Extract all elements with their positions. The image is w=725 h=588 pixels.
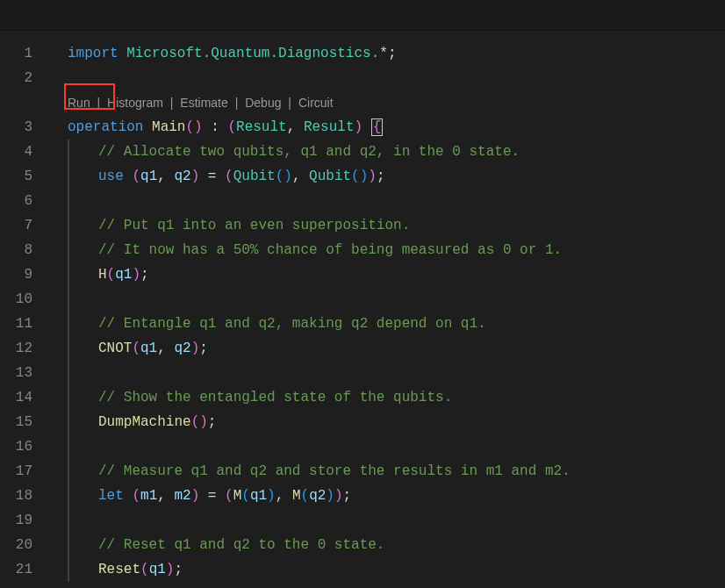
type-result: Result [236, 119, 287, 135]
line-number: 16 [0, 434, 32, 459]
code-line[interactable] [48, 287, 725, 312]
comment: // It now has a 50% chance of being meas… [98, 242, 562, 258]
space [362, 119, 371, 135]
paren: ( [132, 169, 140, 184]
line-number: 12 [0, 336, 32, 361]
comment: // Measure q1 and q2 and store the resul… [98, 463, 571, 479]
semicolon: ; [377, 169, 385, 184]
code-line[interactable] [48, 66, 725, 90]
type-qubit: Qubit [309, 169, 351, 184]
equals: = [199, 488, 225, 504]
comment: // Entangle q1 and q2, making q2 depend … [98, 316, 486, 332]
code-line[interactable]: use (q1, q2) = (Qubit(), Qubit()); [48, 164, 725, 189]
code-line[interactable]: let (m1, m2) = (M(q1), M(q2)); [48, 484, 725, 508]
paren: ( [225, 488, 233, 504]
codelens-debug[interactable]: Debug [245, 96, 281, 110]
paren: ( [107, 267, 116, 283]
indent-guide [68, 189, 69, 213]
code-line[interactable]: // It now has a 50% chance of being meas… [48, 238, 725, 262]
semicolon: ; [343, 488, 352, 504]
code-line[interactable]: // Show the entangled state of the qubit… [48, 385, 725, 410]
code-line[interactable] [48, 508, 725, 533]
comma: , [287, 119, 304, 135]
var-q1: q1 [115, 267, 132, 283]
paren: ) [267, 488, 276, 504]
indent-guide [68, 508, 69, 533]
code-line[interactable] [48, 434, 725, 459]
code-line[interactable]: // Entangle q1 and q2, making q2 depend … [48, 312, 725, 336]
paren: ( [132, 341, 140, 356]
paren: ) [368, 169, 377, 184]
comma: , [292, 169, 309, 184]
code-editor[interactable]: 1 2 3 4 5 6 7 8 9 10 11 12 13 14 15 16 1… [0, 31, 725, 582]
var-q2: q2 [309, 488, 326, 504]
line-number: 4 [0, 140, 32, 164]
line-number: 19 [0, 508, 32, 533]
codelens-estimate[interactable]: Estimate [180, 96, 227, 110]
codelens-sep: | [232, 96, 241, 110]
code-line[interactable]: // Allocate two qubits, q1 and q2, in th… [48, 140, 725, 164]
comment: // Put q1 into an even superposition. [98, 218, 410, 233]
comma: , [276, 488, 292, 504]
line-number: 5 [0, 164, 32, 189]
semicolon: ; [388, 46, 397, 61]
comma: , [157, 169, 174, 184]
space [124, 488, 133, 504]
var-q2: q2 [174, 169, 190, 184]
var-q2: q2 [174, 341, 190, 356]
codelens-circuit[interactable]: Circuit [298, 96, 334, 110]
code-content[interactable]: import Microsoft.Quantum.Diagnostics.*; … [48, 41, 725, 582]
paren: ( [227, 119, 236, 135]
paren: ( [301, 488, 310, 504]
code-line[interactable] [48, 361, 725, 385]
line-number: 14 [0, 385, 32, 410]
code-line[interactable]: // Measure q1 and q2 and store the resul… [48, 459, 725, 484]
var-q1: q1 [149, 562, 166, 577]
keyword-import: import [68, 46, 118, 61]
semicolon: ; [174, 562, 183, 577]
code-line[interactable]: CNOT(q1, q2); [48, 336, 725, 361]
fn-m: M [292, 488, 301, 504]
code-line[interactable]: operation Main() : (Result, Result) { [48, 115, 725, 140]
var-q1: q1 [140, 341, 157, 356]
code-line[interactable] [48, 189, 725, 213]
paren: () [351, 169, 368, 184]
indent-guide [68, 287, 69, 312]
line-number: 10 [0, 287, 32, 312]
paren: ) [191, 169, 200, 184]
code-line[interactable]: import Microsoft.Quantum.Diagnostics.*; [48, 41, 725, 66]
keyword-let: let [98, 488, 124, 504]
code-line[interactable]: // Put q1 into an even superposition. [48, 213, 725, 238]
keyword-operation: operation [68, 119, 143, 135]
semicolon: ; [208, 414, 217, 430]
line-number-gutter: 1 2 3 4 5 6 7 8 9 10 11 12 13 14 15 16 1… [0, 41, 48, 582]
var-q1: q1 [140, 169, 157, 184]
comment: // Reset q1 and q2 to the 0 state. [98, 537, 384, 553]
code-line[interactable]: // Reset q1 and q2 to the 0 state. [48, 533, 725, 557]
keyword-use: use [98, 169, 124, 184]
codelens-sep: | [284, 96, 294, 110]
codelens-histogram[interactable]: Histogram [107, 96, 163, 110]
var-m1: m1 [140, 488, 157, 504]
semicolon: ; [140, 267, 149, 283]
line-number: 17 [0, 459, 32, 484]
fn-h: H [98, 267, 107, 283]
codelens: Run | Histogram | Estimate | Debug | Cir… [48, 90, 725, 115]
code-line[interactable]: H(q1); [48, 262, 725, 287]
paren: ( [132, 488, 140, 504]
line-number: 18 [0, 484, 32, 508]
brace-open: { [371, 118, 384, 136]
semicolon: ; [199, 341, 208, 356]
operator-star: * [379, 46, 388, 61]
line-number: 21 [0, 557, 32, 582]
code-line[interactable]: Reset(q1); [48, 557, 725, 582]
comment: // Show the entangled state of the qubit… [98, 390, 452, 405]
codelens-run[interactable]: Run [68, 96, 90, 110]
fn-reset: Reset [98, 562, 140, 577]
line-number: 20 [0, 533, 32, 557]
comment: // Allocate two qubits, q1 and q2, in th… [98, 144, 520, 160]
paren: ) [191, 341, 200, 356]
code-line[interactable]: DumpMachine(); [48, 410, 725, 434]
codelens-sep: | [94, 96, 104, 110]
fn-cnot: CNOT [98, 341, 132, 356]
